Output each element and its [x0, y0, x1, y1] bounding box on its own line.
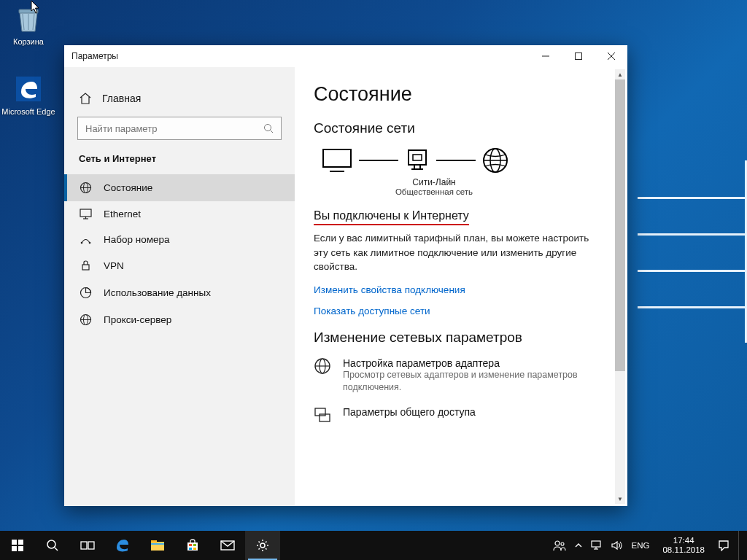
tray-language[interactable]: ENG [632, 541, 650, 550]
desktop-icon-label: Корзина [1, 37, 55, 46]
recycle-bin-icon [12, 3, 44, 35]
window-minimize-button[interactable] [529, 45, 562, 67]
sharing-icon [314, 406, 333, 424]
option-description: Просмотр сетевых адаптеров и изменение п… [343, 369, 605, 394]
edge-icon [12, 73, 44, 105]
svg-rect-43 [88, 542, 94, 549]
sidebar-section-label: Сеть и Интернет [64, 153, 295, 174]
svg-rect-38 [12, 546, 17, 551]
globe-icon [481, 147, 509, 174]
connector-line [436, 160, 476, 161]
svg-point-14 [80, 242, 82, 244]
connector-line [359, 160, 398, 161]
sidebar-item-label: Использование данных [104, 287, 211, 298]
sidebar-home[interactable]: Главная [64, 88, 295, 114]
page-title: Состояние [314, 83, 608, 106]
svg-rect-16 [82, 265, 89, 270]
sidebar-item-dialup[interactable]: Набор номера [64, 227, 295, 252]
desktop-icon-label: Microsoft Edge [1, 107, 55, 116]
taskbar: ENG 17:44 08.11.2018 [0, 531, 747, 560]
link-show-available-networks[interactable]: Показать доступные сети [314, 306, 608, 316]
taskbar-app-store[interactable] [175, 531, 210, 560]
status-icon [79, 182, 92, 194]
search-input[interactable]: Найти параметр [77, 117, 282, 140]
option-sharing-settings[interactable]: Параметры общего доступа [314, 406, 608, 424]
svg-rect-3 [575, 53, 581, 60]
scroll-down-arrow[interactable]: ▼ [615, 494, 625, 504]
window-titlebar[interactable]: Параметры [64, 45, 627, 67]
sidebar-item-ethernet[interactable]: Ethernet [64, 201, 295, 227]
tray-people-icon[interactable] [553, 540, 566, 551]
connected-description: Если у вас лимитный тарифный план, вы мо… [314, 231, 605, 274]
sidebar-item-proxy[interactable]: Прокси-сервер [64, 306, 295, 333]
svg-line-41 [55, 548, 58, 551]
link-change-connection-props[interactable]: Изменить свойства подключения [314, 284, 608, 295]
start-button[interactable] [0, 531, 35, 560]
taskbar-search-button[interactable] [35, 531, 70, 560]
svg-rect-39 [18, 546, 23, 551]
settings-sidebar: Главная Найти параметр Сеть и Интернет С… [64, 67, 295, 506]
show-desktop-button[interactable] [738, 531, 743, 560]
tray-volume-icon[interactable] [611, 540, 623, 551]
svg-point-15 [88, 242, 90, 244]
section-title-network-state: Состояние сети [314, 120, 608, 136]
proxy-icon [79, 314, 92, 326]
svg-rect-46 [151, 543, 164, 545]
window-maximize-button[interactable] [562, 45, 595, 67]
desktop-icon-recycle-bin[interactable]: Корзина [1, 3, 55, 46]
sidebar-home-label: Главная [102, 93, 141, 104]
svg-rect-24 [413, 155, 422, 160]
sidebar-item-data-usage[interactable]: Использование данных [64, 279, 295, 306]
scrollbar-thumb[interactable] [615, 79, 625, 371]
svg-rect-0 [19, 9, 38, 13]
svg-rect-50 [189, 548, 192, 550]
svg-point-40 [47, 540, 55, 548]
svg-rect-45 [151, 540, 157, 542]
tray-chevron-up-icon[interactable] [575, 542, 582, 548]
svg-point-55 [561, 542, 564, 545]
computer-icon [321, 147, 353, 174]
connected-heading: Вы подключены к Интернету [314, 209, 469, 225]
svg-point-53 [260, 543, 265, 548]
sidebar-item-vpn[interactable]: VPN [64, 252, 295, 279]
sidebar-item-label: Ethernet [104, 209, 141, 219]
tray-date: 08.11.2018 [662, 545, 705, 555]
svg-rect-37 [18, 540, 23, 545]
svg-rect-42 [81, 542, 87, 549]
svg-rect-51 [193, 548, 196, 550]
sidebar-item-label: Набор номера [104, 234, 170, 245]
svg-rect-21 [323, 149, 351, 167]
svg-rect-48 [189, 544, 192, 546]
tray-time: 17:44 [662, 536, 705, 545]
network-type: Общественная сеть [379, 187, 489, 196]
adapter-icon [314, 357, 333, 375]
tray-clock[interactable]: 17:44 08.11.2018 [658, 536, 709, 555]
desktop-icon-edge[interactable]: Microsoft Edge [1, 73, 55, 116]
svg-line-7 [271, 131, 274, 133]
window-close-button[interactable] [595, 45, 627, 67]
settings-window: Параметры Главная Найти параметр [64, 45, 627, 506]
sidebar-item-status[interactable]: Состояние [64, 174, 295, 201]
data-usage-icon [79, 287, 92, 299]
svg-rect-56 [592, 541, 600, 547]
router-icon [404, 147, 430, 174]
scroll-up-arrow[interactable]: ▲ [615, 69, 625, 79]
taskbar-app-mail[interactable] [210, 531, 245, 560]
taskbar-app-edge[interactable] [105, 531, 140, 560]
search-placeholder: Найти параметр [85, 123, 157, 134]
dialup-icon [79, 235, 92, 244]
svg-point-54 [555, 541, 560, 545]
svg-rect-23 [409, 150, 426, 165]
section-title-change-settings: Изменение сетевых параметров [314, 330, 608, 346]
content-scrollbar[interactable]: ▲ ▼ [615, 69, 625, 504]
network-diagram [321, 147, 608, 174]
tray-network-icon[interactable] [591, 540, 603, 551]
option-adapter-settings[interactable]: Настройка параметров адаптера Просмотр с… [314, 357, 608, 394]
search-icon [263, 123, 274, 133]
network-name: Сити-Лайн [379, 177, 489, 187]
svg-rect-49 [193, 544, 196, 546]
task-view-button[interactable] [70, 531, 105, 560]
taskbar-app-explorer[interactable] [140, 531, 175, 560]
tray-action-center-icon[interactable] [718, 540, 729, 551]
taskbar-app-settings[interactable] [245, 531, 280, 560]
